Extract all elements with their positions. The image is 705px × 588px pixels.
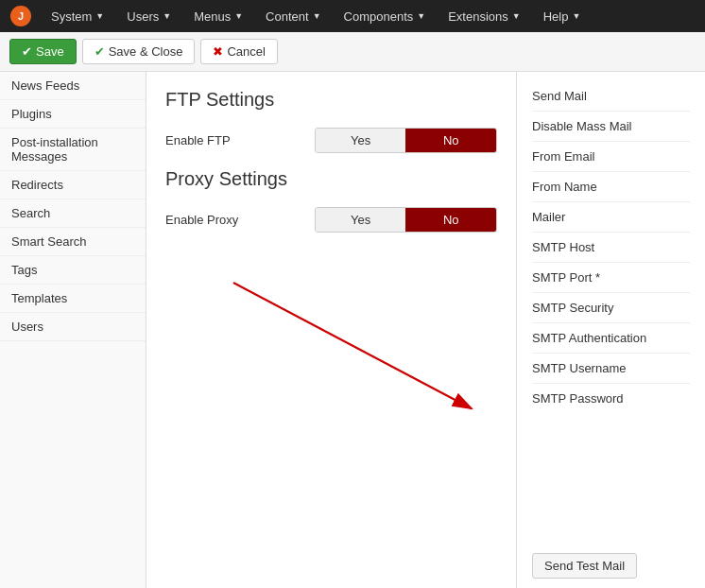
save-icon: ✔ [22, 44, 32, 59]
chevron-down-icon: ▼ [234, 11, 243, 21]
sidebar-item-news-feeds[interactable]: News Feeds [0, 72, 146, 100]
right-panel-bottom: Send Test Mail [532, 544, 690, 579]
ftp-section-title: FTP Settings [165, 89, 497, 111]
sidebar-item-users[interactable]: Users [0, 313, 146, 341]
right-panel-disable-mass-mail: Disable Mass Mail [532, 112, 690, 142]
sidebar-item-plugins[interactable]: Plugins [0, 100, 146, 129]
chevron-down-icon: ▼ [417, 11, 425, 21]
cancel-icon: ✖ [213, 44, 223, 59]
nav-help[interactable]: Help ▼ [534, 4, 591, 29]
nav-extensions[interactable]: Extensions ▼ [438, 4, 530, 29]
sidebar-item-redirects[interactable]: Redirects [0, 171, 146, 199]
nav-menus[interactable]: Menus ▼ [184, 4, 252, 29]
sidebar-item-smart-search[interactable]: Smart Search [0, 228, 146, 256]
right-panel-send-mail: Send Mail [532, 81, 690, 112]
right-panel-items: Send Mail Disable Mass Mail From Email F… [532, 81, 690, 413]
chevron-down-icon: ▼ [512, 11, 521, 21]
svg-line-1 [233, 283, 472, 408]
proxy-enable-row: Enable Proxy Yes No [165, 201, 497, 238]
arrow-svg [165, 257, 497, 427]
navbar: J System ▼ Users ▼ Menus ▼ Content ▼ Com… [0, 0, 705, 32]
right-panel-smtp-username: SMTP Username [532, 354, 690, 384]
ftp-yes-button[interactable]: Yes [316, 129, 406, 152]
chevron-down-icon: ▼ [95, 11, 104, 21]
proxy-yes-button[interactable]: Yes [316, 208, 406, 232]
right-panel-from-email: From Email [532, 142, 690, 172]
ftp-no-button[interactable]: No [405, 129, 496, 152]
right-panel-from-name: From Name [532, 172, 690, 202]
sidebar-item-search[interactable]: Search [0, 199, 146, 228]
brand: J [8, 3, 34, 29]
save-close-button[interactable]: ✔ Save & Close [82, 39, 196, 64]
main-content: FTP Settings Enable FTP Yes No Proxy Set… [146, 72, 516, 588]
nav-content[interactable]: Content ▼ [256, 4, 330, 29]
right-panel-smtp-password: SMTP Password [532, 384, 690, 413]
right-panel-smtp-host: SMTP Host [532, 233, 690, 263]
sidebar-item-templates[interactable]: Templates [0, 285, 146, 313]
save-button[interactable]: ✔ Save [9, 39, 77, 64]
ftp-enable-label: Enable FTP [165, 133, 315, 147]
right-panel-smtp-security: SMTP Security [532, 293, 690, 323]
right-panel-smtp-auth: SMTP Authentication [532, 323, 690, 354]
chevron-down-icon: ▼ [572, 11, 580, 21]
right-panel-mailer: Mailer [532, 202, 690, 233]
cancel-button[interactable]: ✖ Cancel [200, 39, 277, 64]
nav-users[interactable]: Users ▼ [117, 4, 181, 29]
nav-system[interactable]: System ▼ [42, 4, 113, 29]
proxy-enable-toggle: Yes No [315, 207, 497, 233]
right-panel: Send Mail Disable Mass Mail From Email F… [516, 72, 705, 588]
sidebar-item-post-install[interactable]: Post-installation Messages [0, 129, 146, 171]
nav-components[interactable]: Components ▼ [335, 4, 436, 29]
layout: News Feeds Plugins Post-installation Mes… [0, 72, 705, 588]
chevron-down-icon: ▼ [313, 11, 321, 21]
toolbar: ✔ Save ✔ Save & Close ✖ Cancel [0, 32, 705, 72]
arrow-annotation [165, 257, 497, 427]
sidebar: News Feeds Plugins Post-installation Mes… [0, 72, 146, 588]
proxy-no-button[interactable]: No [405, 208, 496, 232]
ftp-enable-toggle: Yes No [315, 128, 497, 153]
joomla-logo: J [10, 6, 31, 26]
sidebar-item-tags[interactable]: Tags [0, 256, 146, 285]
proxy-section-title: Proxy Settings [165, 168, 497, 190]
right-panel-smtp-port: SMTP Port * [532, 263, 690, 293]
check-icon: ✔ [95, 44, 105, 59]
ftp-enable-row: Enable FTP Yes No [165, 122, 497, 159]
proxy-enable-label: Enable Proxy [165, 213, 315, 227]
chevron-down-icon: ▼ [163, 11, 171, 21]
send-test-mail-button[interactable]: Send Test Mail [532, 553, 637, 579]
